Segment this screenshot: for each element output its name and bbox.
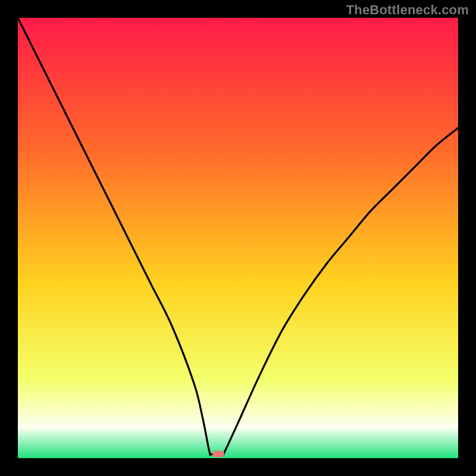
plot-area	[18, 18, 458, 458]
watermark-text: TheBottleneck.com	[346, 2, 469, 18]
gradient-background	[18, 18, 458, 458]
minimum-marker	[212, 451, 224, 458]
chart-svg	[18, 18, 458, 458]
chart-frame: TheBottleneck.com	[0, 0, 476, 476]
